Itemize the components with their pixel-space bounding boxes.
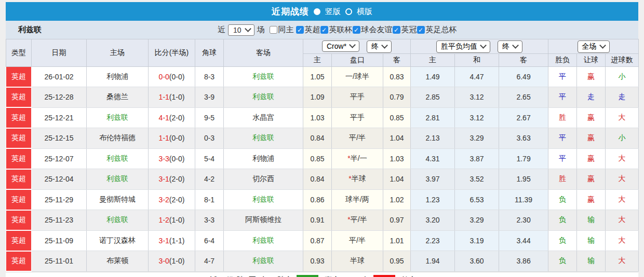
checkbox-icon[interactable]: ✓ bbox=[320, 26, 328, 34]
chevron-down-icon bbox=[349, 41, 356, 48]
avg-home: 2.81 bbox=[411, 107, 455, 128]
checkbox-icon[interactable]: ✓ bbox=[296, 26, 304, 34]
col-date: 日期 bbox=[32, 39, 87, 67]
match-row: 英超25-12-07利兹联3-3(0-0)5-4利物浦0.85*半/一1.034… bbox=[6, 148, 639, 169]
sub-col-home-odds: 主 bbox=[303, 54, 332, 67]
corners: 3-3 bbox=[195, 210, 224, 231]
checkbox-icon[interactable]: ✓ bbox=[393, 26, 400, 34]
handicap: 一/球半 bbox=[332, 67, 383, 87]
checkbox-icon[interactable] bbox=[270, 26, 277, 34]
away-team[interactable]: 利兹联 bbox=[224, 67, 303, 87]
fulltime-score: 3-3 bbox=[159, 155, 169, 163]
home-team[interactable]: 曼彻斯特城 bbox=[87, 189, 149, 210]
corners: 9-5 bbox=[195, 107, 224, 128]
horizontal-layout-radio[interactable] bbox=[345, 8, 352, 15]
corners: 4-7 bbox=[195, 251, 224, 272]
result-wdl: 平 bbox=[548, 128, 577, 149]
away-team[interactable]: 切尔西 bbox=[224, 169, 303, 190]
corners: 8-1 bbox=[195, 189, 224, 210]
match-date: 25-11-29 bbox=[32, 189, 87, 210]
odds-home: 0.91 bbox=[303, 210, 332, 231]
handicap: 平手 bbox=[332, 87, 383, 108]
league-filter[interactable]: ✓球会友谊 bbox=[353, 25, 393, 35]
checkbox-icon[interactable]: ✓ bbox=[417, 26, 425, 34]
fulltime-score: 0-0 bbox=[159, 73, 169, 81]
match-row: 英超25-11-23利兹联1-2(1-0)3-3阿斯顿维拉0.91*平/半0.9… bbox=[6, 210, 639, 231]
home-team[interactable]: 利兹联 bbox=[87, 169, 149, 190]
result-wdl: 平 bbox=[548, 67, 577, 87]
handicap-star: * bbox=[347, 154, 350, 162]
checkbox-label: 英足总杯 bbox=[426, 25, 457, 35]
home-team[interactable]: 利兹联 bbox=[87, 148, 149, 169]
away-team[interactable]: 利兹联 bbox=[224, 251, 303, 272]
home-team[interactable]: 布伦特福德 bbox=[87, 128, 149, 149]
away-team[interactable]: 利兹联 bbox=[224, 128, 303, 149]
col-corner: 角球 bbox=[195, 39, 224, 67]
result-wdl: 平 bbox=[548, 87, 577, 108]
home-team[interactable]: 诺丁汉森林 bbox=[87, 230, 149, 251]
chevron-down-icon bbox=[381, 42, 388, 49]
big-rate-badge: 70% bbox=[373, 275, 395, 277]
home-team[interactable]: 布莱顿 bbox=[87, 251, 149, 272]
fulltime-dropdown[interactable]: 全场 bbox=[578, 40, 610, 53]
halftime-score: (1-0) bbox=[169, 257, 185, 265]
filter-controls: 近 10 场 同主✓英超✓英联杯✓球会友谊✓英冠✓英足总杯 bbox=[218, 24, 457, 36]
home-team[interactable]: 桑德兰 bbox=[87, 87, 149, 108]
horizontal-layout-label[interactable]: 横版 bbox=[357, 7, 372, 17]
away-team[interactable]: 利物浦 bbox=[224, 148, 303, 169]
fulltime-score: 3-1 bbox=[159, 175, 169, 183]
odds-time-dropdown-value: 终 bbox=[371, 42, 379, 51]
league-badge: 英超 bbox=[6, 210, 32, 231]
vertical-layout-label[interactable]: 竖版 bbox=[325, 7, 341, 17]
checkbox-label: 英超 bbox=[305, 25, 320, 35]
away-team[interactable]: 利兹联 bbox=[224, 189, 303, 210]
avg-away: 3.86 bbox=[499, 251, 548, 272]
result-goals: 大 bbox=[606, 148, 639, 169]
avg-draw: 3.12 bbox=[455, 87, 499, 108]
odds-away: 1.04 bbox=[383, 128, 411, 149]
wdl-avg-dropdown[interactable]: 胜平负均值 bbox=[436, 40, 490, 53]
home-team[interactable]: 利物浦 bbox=[87, 67, 149, 87]
league-filter[interactable]: ✓英超 bbox=[296, 25, 320, 35]
result-wdl: 负 bbox=[548, 189, 577, 210]
home-team[interactable]: 利兹联 bbox=[87, 210, 149, 231]
odds-away: 1.03 bbox=[383, 148, 411, 169]
avg-draw: 3.29 bbox=[455, 128, 499, 149]
avg-home: 2.85 bbox=[411, 87, 455, 108]
chevron-down-icon bbox=[512, 42, 519, 49]
league-filter[interactable]: 同主 bbox=[270, 25, 294, 35]
match-row: 英超25-12-04利兹联3-1(2-0)4-2切尔西0.84*半球1.043.… bbox=[6, 169, 639, 190]
away-team[interactable]: 利兹联 bbox=[224, 87, 303, 108]
avg-draw: 3.87 bbox=[455, 148, 499, 169]
odds-home: 1.09 bbox=[303, 87, 332, 108]
odds-home: 0.84 bbox=[303, 128, 332, 149]
away-team[interactable]: 利兹联 bbox=[224, 230, 303, 251]
away-team[interactable]: 水晶宫 bbox=[224, 107, 303, 128]
league-filter[interactable]: ✓英联杯 bbox=[320, 25, 353, 35]
avg-home: 1.49 bbox=[411, 67, 455, 87]
league-filter[interactable]: ✓英足总杯 bbox=[417, 25, 457, 35]
wdl-time-dropdown[interactable]: 终 bbox=[498, 40, 522, 53]
odds-away: 0.85 bbox=[383, 107, 411, 128]
avg-away: 1.79 bbox=[499, 148, 548, 169]
corners: 8-3 bbox=[195, 67, 224, 87]
home-team[interactable]: 利兹联 bbox=[87, 107, 149, 128]
col-type: 类型 bbox=[6, 39, 32, 67]
chevron-down-icon bbox=[480, 42, 487, 49]
match-count-select[interactable]: 10 bbox=[228, 24, 254, 36]
odds-time-dropdown[interactable]: 终 bbox=[367, 40, 392, 53]
odds-away: 1.04 bbox=[383, 169, 411, 190]
corners: 6-4 bbox=[195, 230, 224, 251]
bookmaker-dropdown[interactable]: Crow* bbox=[322, 40, 359, 52]
odds-home: 0.93 bbox=[303, 251, 332, 272]
fulltime-dropdown-value: 全场 bbox=[582, 42, 597, 51]
halftime-score: (1-0) bbox=[169, 93, 185, 101]
league-filter[interactable]: ✓英冠 bbox=[393, 25, 417, 35]
avg-away: 2.65 bbox=[499, 87, 548, 108]
match-date: 25-12-07 bbox=[32, 148, 87, 169]
vertical-layout-radio[interactable] bbox=[314, 8, 320, 15]
fulltime-score: 1-1 bbox=[159, 134, 169, 142]
away-team[interactable]: 阿斯顿维拉 bbox=[224, 210, 303, 231]
avg-draw: 3.29 bbox=[455, 210, 499, 231]
checkbox-icon[interactable]: ✓ bbox=[353, 26, 360, 34]
